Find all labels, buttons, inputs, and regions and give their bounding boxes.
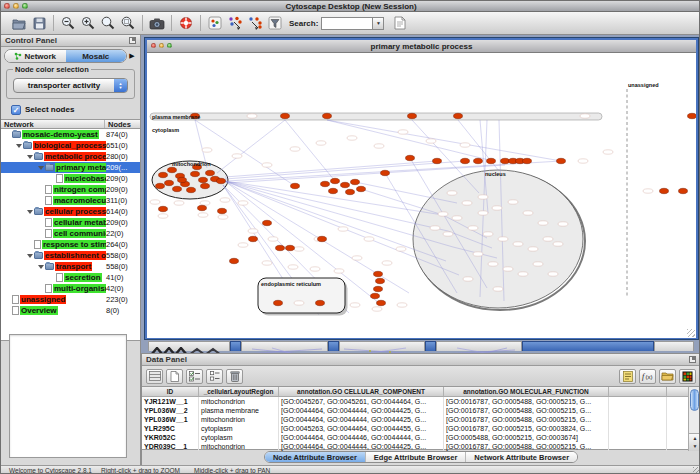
network-red-node[interactable] (218, 208, 227, 213)
tree-row[interactable]: macromolecule311(0) (1, 195, 140, 206)
table-row[interactable]: YLR295Ccytoplasm[GO:0045263, GO:0044464,… (142, 424, 700, 433)
attribute-list-button[interactable] (206, 369, 223, 384)
float-panel-icon[interactable] (129, 37, 136, 44)
network-white-node[interactable] (396, 247, 406, 251)
window-resize-grip[interactable] (687, 329, 695, 337)
network-red-node[interactable] (374, 286, 383, 291)
tree-row[interactable]: cell communicat22(0) (1, 228, 140, 239)
network-white-node[interactable] (316, 141, 326, 145)
network-red-node[interactable] (156, 183, 165, 188)
tree-row[interactable]: response to stimulu264(0) (1, 239, 140, 250)
network-red-node[interactable] (281, 113, 290, 118)
network-white-node[interactable] (364, 237, 374, 241)
network-red-node[interactable] (408, 113, 417, 118)
network-white-node[interactable] (478, 211, 488, 215)
network-white-node[interactable] (232, 154, 242, 158)
network-red-node[interactable] (523, 158, 532, 163)
tree-row[interactable]: nucleobase-209(0) (1, 173, 140, 184)
network-white-node[interactable] (462, 201, 472, 205)
network-white-node[interactable] (158, 214, 168, 218)
network-red-node[interactable] (201, 183, 210, 188)
network-white-node[interactable] (498, 237, 508, 241)
network-white-node[interactable] (430, 226, 440, 230)
attribute-batch-button[interactable] (619, 369, 636, 384)
network-red-node[interactable] (159, 172, 168, 177)
network-red-node[interactable] (187, 187, 196, 192)
network-white-node[interactable] (488, 262, 498, 266)
network-red-node[interactable] (323, 113, 332, 118)
network-red-node[interactable] (191, 171, 200, 176)
table-row[interactable]: YKR052Ccytoplasm[GO:0044464, GO:0044446,… (142, 433, 700, 442)
network-white-node[interactable] (382, 261, 392, 265)
network-white-node[interactable] (508, 200, 518, 204)
tree-row[interactable]: transport558(0) (1, 261, 140, 272)
network-red-node[interactable] (381, 170, 390, 175)
scrollbar-thumb[interactable] (690, 389, 699, 411)
tab-edge-attribute-browser[interactable]: Edge Attribute Browser (366, 452, 466, 462)
network-red-node[interactable] (331, 178, 340, 183)
tree-row[interactable]: multi-organism pro42(0) (1, 283, 140, 294)
network-canvas[interactable]: plasma membrane cytoplasm mitochondrion … (147, 53, 696, 338)
network-white-node[interactable] (347, 136, 357, 140)
network-white-node[interactable] (553, 242, 563, 246)
attribute-formula-button[interactable]: f(x) (639, 369, 656, 384)
network-white-node[interactable] (478, 195, 488, 199)
network-white-node[interactable] (374, 144, 384, 148)
layout-edges-button[interactable] (245, 14, 265, 33)
zoom-out-button[interactable] (58, 14, 78, 33)
tree-row[interactable]: biological_process651(0) (1, 140, 140, 151)
table-row[interactable]: YJR121W__1mitochondrion[GO:0045267, GO:0… (142, 397, 700, 406)
network-white-node[interactable] (443, 232, 453, 236)
network-white-node[interactable] (473, 252, 483, 256)
tree-column-network[interactable]: Network (1, 120, 105, 128)
tree-row[interactable]: Overview8(0) (1, 305, 140, 316)
annotation-button[interactable] (389, 14, 409, 33)
network-white-node[interactable] (220, 198, 230, 202)
heatmap-button[interactable] (679, 369, 696, 384)
select-attributes-button[interactable] (146, 369, 163, 384)
birds-eye-view[interactable] (9, 334, 127, 458)
network-red-node[interactable] (377, 300, 386, 305)
network-red-node[interactable] (454, 113, 463, 118)
background-window-fragment[interactable] (339, 341, 425, 351)
network-red-node[interactable] (165, 180, 174, 185)
zoom-fit-button[interactable] (118, 14, 138, 33)
background-window-fragment[interactable] (230, 341, 241, 351)
network-white-node[interactable] (543, 237, 553, 241)
network-red-node[interactable] (217, 178, 226, 183)
create-attribute-button[interactable] (166, 369, 183, 384)
tab-mosaic[interactable]: Mosaic (66, 50, 127, 62)
table-scrollbar[interactable]: ▲▼ (688, 387, 700, 451)
network-red-node[interactable] (557, 158, 566, 163)
select-nodes-checkbox[interactable]: ✓ (11, 105, 21, 115)
tree-row[interactable]: metabolic process280(0) (1, 151, 140, 162)
table-row[interactable]: YPL036W__1mitochondrion[GO:0044464, GO:0… (142, 415, 700, 424)
background-window-fragment[interactable] (425, 341, 436, 351)
network-white-node[interactable] (492, 206, 502, 210)
app-titlebar[interactable]: Cytoscape Desktop (New Session) (1, 1, 700, 12)
tree-expander-icon[interactable] (36, 265, 45, 269)
network-red-node[interactable] (329, 188, 338, 193)
network-white-node[interactable] (426, 139, 436, 143)
network-white-node[interactable] (580, 114, 590, 118)
network-red-node[interactable] (318, 236, 327, 241)
table-column-header[interactable]: annotation.GO CELLULAR_COMPONENT (279, 387, 444, 396)
network-white-node[interactable] (218, 215, 228, 219)
network-white-node[interactable] (334, 269, 344, 273)
network-red-node[interactable] (199, 177, 208, 182)
network-red-node[interactable] (374, 271, 383, 276)
open-session-button[interactable] (9, 14, 29, 33)
background-window-fragment[interactable] (436, 341, 522, 351)
network-red-node[interactable] (433, 158, 442, 163)
tree-row[interactable]: nitrogen compo209(0) (1, 184, 140, 195)
background-window-fragment[interactable] (654, 341, 694, 351)
zoom-in-button[interactable] (78, 14, 98, 33)
network-white-node[interactable] (463, 277, 473, 281)
network-white-node[interactable] (150, 200, 160, 204)
network-white-node[interactable] (518, 272, 528, 276)
background-window-fragment[interactable] (522, 341, 654, 351)
network-red-node[interactable] (660, 188, 669, 193)
network-window-titlebar[interactable]: primary metabolic process (147, 40, 696, 53)
background-window-fragment[interactable] (328, 341, 339, 351)
network-red-node[interactable] (376, 278, 385, 283)
